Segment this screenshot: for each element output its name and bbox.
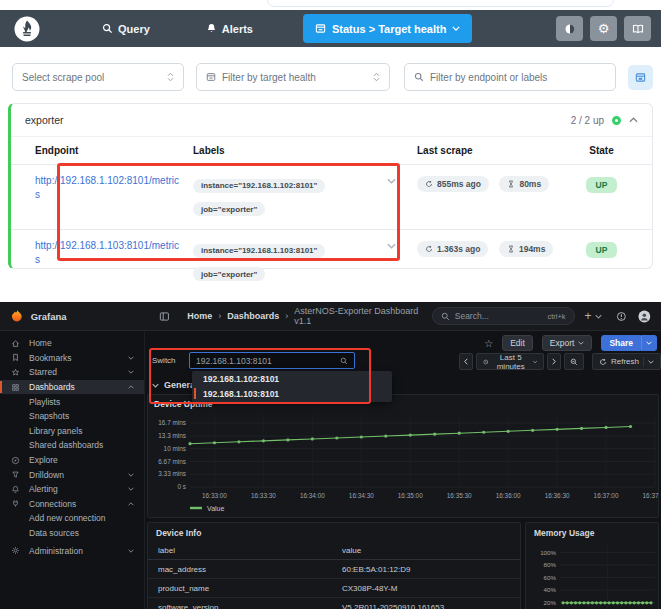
collapse-sidebar-icon[interactable] [159, 311, 170, 322]
sidebar-item-playlists[interactable]: Playlists [0, 394, 144, 409]
bookmark-icon [11, 353, 20, 362]
chevron-down-icon [128, 473, 134, 477]
breadcrumb-dashboards[interactable]: Dashboards [227, 311, 279, 321]
add-new-button[interactable]: + [585, 309, 602, 323]
col-labels: Labels [187, 145, 387, 156]
search-shortcut: ctrl+k [547, 312, 565, 321]
sidebar-item-drilldown[interactable]: Drilldown [0, 467, 144, 482]
nav-query[interactable]: Query [102, 23, 150, 35]
sidebar-item-snapshots[interactable]: Snapshots [0, 409, 144, 424]
prometheus-navbar: Query Alerts Status > Target health [0, 10, 661, 47]
svg-text:20%: 20% [544, 599, 557, 606]
sidebar-item-home[interactable]: Home [0, 336, 144, 351]
annotation-rectangle [57, 163, 400, 261]
device-info-row: software_version V5.2R011-20250910.16165… [148, 598, 520, 609]
svg-text:6.67 mins: 6.67 mins [158, 458, 186, 465]
chevron-right-icon [552, 358, 556, 365]
scrape-duration-badge: 194ms [499, 241, 553, 257]
endpoint-search-input[interactable]: Filter by endpoint or labels [404, 63, 616, 91]
svg-text:0 s: 0 s [177, 483, 186, 490]
cropped-popup-edge [267, 0, 614, 7]
collapse-chevron-icon[interactable] [629, 117, 638, 123]
sidebar-item-bookmarks[interactable]: Bookmarks [0, 351, 144, 366]
svg-text:16:36:30: 16:36:30 [545, 492, 570, 499]
svg-text:16:33:00: 16:33:00 [202, 492, 227, 499]
refresh-button[interactable]: Refresh [592, 353, 661, 370]
share-button[interactable]: Share [601, 335, 641, 351]
health-donut-icon [612, 116, 621, 125]
prometheus-logo-icon[interactable] [14, 16, 40, 42]
select-caret-icon [167, 72, 174, 82]
plug-icon [11, 499, 20, 508]
label-chip[interactable]: job="exporter" [193, 267, 265, 281]
expand-all-button[interactable] [628, 65, 653, 90]
nav-alerts[interactable]: Alerts [206, 23, 253, 35]
docs-button[interactable] [624, 16, 651, 41]
scrape-pool-placeholder: Select scrape pool [22, 72, 161, 83]
chevron-down-icon [128, 370, 134, 374]
breadcrumb-separator: › [218, 311, 221, 321]
global-search-input[interactable]: Search... ctrl+k [432, 307, 575, 325]
edit-button[interactable]: Edit [502, 335, 533, 351]
sidebar-item-explore[interactable]: Explore [0, 453, 144, 468]
svg-text:16:36:00: 16:36:00 [496, 492, 521, 499]
sidebar-item-alerting[interactable]: Alerting [0, 482, 144, 497]
time-back-button[interactable] [459, 353, 473, 370]
svg-text:60%: 60% [544, 574, 557, 581]
chevron-down-icon [533, 360, 537, 364]
nav-alerts-label: Alerts [222, 23, 253, 35]
chevron-down-icon [128, 356, 134, 360]
drilldown-icon [11, 470, 20, 479]
theme-toggle-button[interactable] [556, 16, 583, 41]
sidebar-item-library-panels[interactable]: Library panels [0, 424, 144, 439]
sidebar-item-starred[interactable]: Starred [0, 365, 144, 380]
search-icon [102, 23, 113, 34]
help-icon[interactable] [616, 311, 627, 322]
svg-text:16:35:00: 16:35:00 [398, 492, 423, 499]
status-target-health-button[interactable]: Status > Target health [303, 14, 472, 43]
chevron-down-icon [595, 314, 602, 319]
svg-text:16:35:30: 16:35:30 [447, 492, 472, 499]
breadcrumb-home[interactable]: Home [187, 311, 212, 321]
zoom-out-button[interactable] [564, 353, 584, 370]
time-range-picker[interactable]: Last 5 minutes [476, 353, 544, 370]
screenshot-root: Query Alerts Status > Target health [0, 0, 661, 609]
target-health-icon [315, 23, 326, 34]
chevron-down-icon [128, 549, 134, 553]
grafana-logo-icon[interactable] [10, 309, 24, 323]
time-range-label: Last 5 minutes [493, 353, 529, 371]
health-filter-icon [206, 72, 216, 82]
memory-usage-panel: Memory Usage 100%80%60%40%20%0% [525, 522, 659, 609]
last-scrape-badge: 1.363s ago [417, 241, 488, 257]
export-button[interactable]: Export [542, 335, 593, 351]
scrape-pool-select[interactable]: Select scrape pool [12, 63, 184, 91]
sidebar-item-dashboards[interactable]: Dashboards [0, 380, 144, 395]
share-menu-button[interactable] [641, 335, 657, 351]
grafana-brand: Grafana [31, 311, 67, 322]
dashboards-grid-icon [11, 383, 20, 392]
col-last-scrape: Last scrape [411, 145, 551, 156]
memory-usage-chart[interactable]: 100%80%60%40%20%0% [526, 541, 658, 609]
clock-icon [483, 358, 489, 366]
search-icon [414, 72, 424, 82]
last-scrape-badge: 855ms ago [417, 176, 489, 192]
star-icon[interactable]: ☆ [484, 338, 493, 349]
svg-text:40%: 40% [544, 586, 557, 593]
target-health-select[interactable]: Filter by target health [196, 63, 390, 91]
sidebar-item-data-sources[interactable]: Data sources [0, 526, 144, 541]
nav-query-label: Query [118, 23, 150, 35]
home-icon [11, 339, 20, 348]
settings-button[interactable]: ⚙ [590, 16, 617, 41]
device-uptime-chart[interactable]: 16.7 mins13.3 mins10 mins6.67 mins3.33 m… [150, 409, 659, 513]
sidebar-item-connections[interactable]: Connections [0, 497, 144, 512]
exporter-pool-panel: exporter 2 / 2 up Endpoint Labels Last s… [8, 103, 653, 269]
device-info-title: Device Info [148, 523, 520, 543]
device-info-row: product_name CX308P-48Y-M [148, 579, 520, 598]
sidebar-item-shared-dashboards[interactable]: Shared dashboards [0, 438, 144, 453]
svg-text:16:34:30: 16:34:30 [349, 492, 374, 499]
sidebar-item-administration[interactable]: Administration [0, 543, 144, 558]
sidebar-item-add-new-connection[interactable]: Add new connection [0, 511, 144, 526]
avatar[interactable] [638, 310, 651, 323]
bell-icon [11, 485, 20, 494]
time-forward-button[interactable] [547, 353, 561, 370]
